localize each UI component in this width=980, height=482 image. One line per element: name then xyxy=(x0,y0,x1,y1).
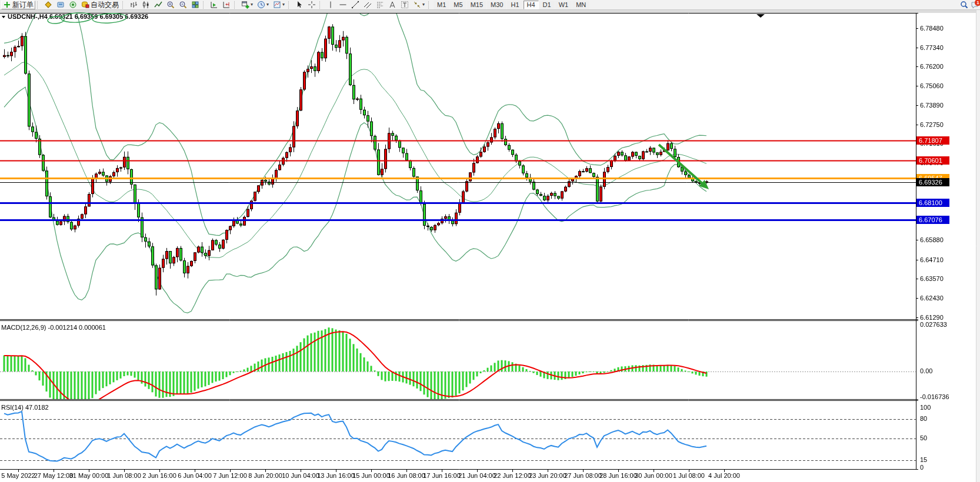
text-icon xyxy=(388,1,396,9)
templates-icon xyxy=(273,1,281,9)
bar-chart-icon xyxy=(129,1,138,9)
plus-icon xyxy=(3,1,11,9)
new-chart-button[interactable]: ▾ xyxy=(239,1,255,9)
tile-windows-icon xyxy=(191,1,199,9)
new-order-label: 新订单 xyxy=(12,0,34,10)
bar-chart-button[interactable] xyxy=(128,1,139,9)
new-chart-icon xyxy=(241,1,249,9)
metaeditor-button[interactable] xyxy=(42,1,54,9)
editor-icon xyxy=(44,1,52,9)
notifications-button[interactable]: 1 xyxy=(971,1,979,9)
horizontal-line-icon xyxy=(339,1,347,9)
notification-badge: 1 xyxy=(975,0,980,6)
search-icon xyxy=(960,1,968,9)
mt4-window: 新订单 自动交易 xyxy=(0,0,980,482)
timeframe-m5-button[interactable]: M5 xyxy=(450,1,466,9)
vertical-line-button[interactable] xyxy=(325,1,336,9)
trendline-icon xyxy=(351,1,359,9)
auto-scroll-icon xyxy=(210,1,218,9)
signals-button[interactable] xyxy=(67,1,79,9)
signals-icon xyxy=(69,1,77,9)
crosshair-button[interactable] xyxy=(306,1,318,9)
fibonacci-icon xyxy=(376,1,384,9)
vertical-line-icon xyxy=(326,1,335,9)
timeframe-m1-button[interactable]: M1 xyxy=(434,1,449,9)
text-label-button[interactable] xyxy=(399,1,411,9)
candlestick-chart-button[interactable] xyxy=(140,1,152,9)
auto-scroll-button[interactable] xyxy=(208,1,220,9)
clock-icon xyxy=(257,1,265,9)
chevron-down-icon: ▾ xyxy=(251,1,253,9)
timeframe-mn-button[interactable]: MN xyxy=(572,1,589,9)
toolbar: 新订单 自动交易 xyxy=(0,0,980,10)
terminal-icon xyxy=(56,1,65,9)
crosshair-icon xyxy=(308,1,316,9)
trendline-button[interactable] xyxy=(349,1,361,9)
channel-button[interactable] xyxy=(362,1,374,9)
chart-canvas[interactable] xyxy=(0,0,980,482)
autotrading-button[interactable]: 自动交易 xyxy=(79,1,121,9)
arrows-icon xyxy=(413,1,421,9)
tile-windows-button[interactable] xyxy=(189,1,201,9)
arrows-button[interactable]: ▾ xyxy=(411,1,426,9)
timeframe-h1-button[interactable]: H1 xyxy=(507,1,522,9)
zoom-out-icon xyxy=(179,1,187,9)
chevron-down-icon: ▾ xyxy=(266,1,269,9)
toolbar-grip xyxy=(428,1,432,9)
text-button[interactable] xyxy=(386,1,398,9)
toolbar-grip xyxy=(203,1,206,9)
toolbar-grip xyxy=(288,1,292,9)
line-chart-button[interactable] xyxy=(152,1,164,9)
templates-button[interactable]: ▾ xyxy=(271,1,286,9)
toolbar-grip xyxy=(37,1,41,9)
text-label-icon xyxy=(401,1,409,9)
chart-shift-button[interactable] xyxy=(221,1,232,9)
chevron-down-icon: ▾ xyxy=(282,1,285,9)
timeframe-d1-button[interactable]: D1 xyxy=(539,1,555,9)
terminal-button[interactable] xyxy=(55,1,66,9)
timeframe-h4-button[interactable]: H4 xyxy=(524,1,539,9)
toolbar-grip xyxy=(122,1,126,9)
zoom-in-icon xyxy=(166,1,175,9)
search-button[interactable] xyxy=(958,1,970,9)
timeframe-w1-button[interactable]: W1 xyxy=(555,1,572,9)
horizontal-line-button[interactable] xyxy=(337,1,349,9)
new-order-button[interactable]: 新订单 xyxy=(1,1,35,9)
candlestick-chart-icon xyxy=(142,1,150,9)
timeframe-m15-button[interactable]: M15 xyxy=(467,1,486,9)
chart-shift-icon xyxy=(222,1,231,9)
line-chart-icon xyxy=(154,1,162,9)
periods-button[interactable]: ▾ xyxy=(255,1,271,9)
cursor-button[interactable] xyxy=(294,1,305,9)
zoom-out-button[interactable] xyxy=(177,1,189,9)
toolbar-grip xyxy=(319,1,323,9)
autotrading-icon xyxy=(81,1,89,9)
channel-icon xyxy=(364,1,372,9)
toolbar-grip xyxy=(234,1,238,9)
chevron-down-icon: ▾ xyxy=(422,1,425,9)
cursor-icon xyxy=(295,1,304,9)
timeframe-m30-button[interactable]: M30 xyxy=(487,1,506,9)
fibonacci-button[interactable] xyxy=(374,1,386,9)
autotrading-label: 自动交易 xyxy=(91,0,119,10)
zoom-in-button[interactable] xyxy=(165,1,176,9)
